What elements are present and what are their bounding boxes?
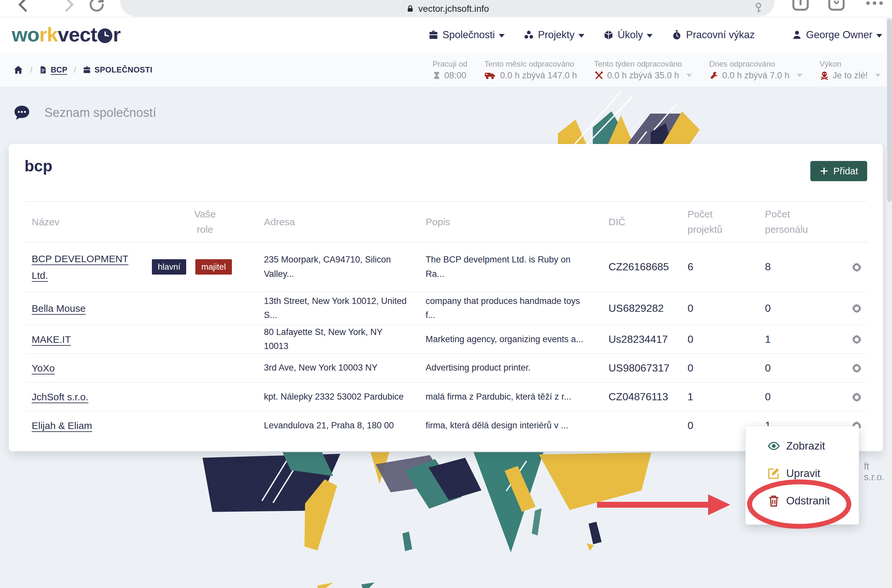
table-row: Elijah & Eliam Levandulova 21, Praha 8, …	[24, 412, 867, 440]
logo-wo: wo	[12, 23, 39, 46]
col-header-pocet-projektu: Počet projektů	[681, 207, 737, 237]
chevron-down-icon	[875, 74, 881, 77]
app-header: workvectr Společnosti Projekty Úkoly Pra…	[0, 17, 892, 53]
menu-item-zobrazit[interactable]: Zobrazit	[746, 432, 859, 460]
add-company-label: Přidat	[833, 166, 858, 177]
company-staff-count: 8	[761, 261, 846, 273]
nav-pracovni-vykaz[interactable]: Pracovní výkaz	[671, 29, 754, 41]
stat-label: Dnes odpracováno	[709, 59, 802, 69]
badge-hlavni: hlavní	[152, 259, 186, 274]
company-dic: CZ26168685	[604, 261, 681, 273]
scrollbar-thumb[interactable]	[887, 19, 892, 202]
skull-icon	[820, 70, 829, 80]
browser-back-icon[interactable]	[14, 0, 33, 14]
breadcrumb-spolecnosti-label: SPOLEČNOSTI	[95, 65, 153, 75]
row-actions-gear-icon[interactable]	[850, 362, 867, 375]
company-address: kpt. Nálepky 2332 53002 Pardubice	[258, 390, 421, 404]
company-projects-count: 1	[681, 391, 761, 403]
decorative-shapes-top	[539, 91, 735, 144]
wrench-icon	[709, 70, 719, 80]
company-projects-count: 0	[681, 333, 761, 345]
company-description: firma, která dělá design interiérů v ...	[421, 418, 604, 433]
page-heading: Seznam společností	[13, 104, 156, 122]
row-actions-gear-icon[interactable]	[850, 261, 867, 274]
work-stats: Pracuji od 08:00 Tento měsíc odpracováno…	[432, 53, 881, 87]
user-menu[interactable]: George Owner	[792, 29, 882, 41]
logo-vect: vect	[58, 23, 97, 46]
col-header-dic: DIČ	[604, 216, 681, 228]
projects-icon	[524, 30, 534, 40]
company-address: Levandulova 21, Praha 8, 180 00	[258, 418, 421, 433]
company-projects-count: 0	[681, 362, 761, 374]
table-row: Bella Mouse 13th Street, New York 10012,…	[24, 292, 867, 325]
stat-value: 0.0 h zbývá 147.0 h	[500, 70, 577, 81]
annotation-circle	[745, 477, 856, 532]
company-link[interactable]: Bella Mouse	[32, 300, 86, 317]
stat-vykon[interactable]: Výkon Je to zlé!	[820, 59, 881, 81]
breadcrumb-bcp-label: BCP	[51, 65, 67, 75]
chevron-down-icon	[578, 34, 584, 38]
workvector-logo[interactable]: workvectr	[12, 23, 120, 46]
chevron-down-icon	[686, 74, 692, 77]
company-link[interactable]: Elijah & Eliam	[32, 417, 92, 434]
nav-ukoly[interactable]: Úkoly	[603, 29, 653, 41]
tabs-icon[interactable]	[826, 0, 847, 13]
plus-icon	[820, 166, 829, 176]
col-header-nazev: Název	[24, 216, 152, 228]
company-address: 235 Moorpark, CA94710, Silicon Valley...	[258, 253, 421, 281]
col-header-pocet-personalu: Počet personálu	[761, 207, 820, 237]
breadcrumb: / BCP / SPOLEČNOSTI	[13, 53, 153, 87]
company-link[interactable]: YoXo	[32, 360, 55, 376]
company-link[interactable]: MAKE.IT	[32, 331, 71, 348]
row-actions-gear-icon[interactable]	[850, 302, 867, 315]
nav-projekty[interactable]: Projekty	[524, 29, 584, 41]
row-actions-gear-icon[interactable]	[850, 333, 867, 346]
browser-reload-icon[interactable]	[87, 0, 106, 14]
row-actions-gear-icon[interactable]	[850, 390, 867, 404]
hourglass-icon	[432, 70, 441, 80]
chevron-down-icon	[499, 34, 505, 38]
user-icon	[792, 30, 802, 40]
breadcrumb-bcp[interactable]: BCP	[39, 65, 67, 75]
company-address: 13th Street, New York 10012, United S...	[258, 294, 421, 322]
badge-majitel: majitel	[195, 259, 231, 274]
url-bar[interactable]: vector.jchsoft.info	[120, 0, 775, 16]
key-icon[interactable]	[752, 1, 765, 15]
nav-spolecnosti[interactable]: Společnosti	[428, 29, 505, 41]
company-description: malá firma z Pardubic, která těží z r...	[421, 390, 604, 404]
main-nav: Společnosti Projekty Úkoly Pracovní výka…	[428, 17, 882, 53]
share-icon[interactable]	[790, 0, 811, 13]
file-icon	[39, 66, 47, 74]
table-row: JchSoft s.r.o. kpt. Nálepky 2332 53002 P…	[24, 382, 867, 412]
col-header-popis: Popis	[421, 216, 604, 228]
stat-dnes[interactable]: Dnes odpracováno 0.0 h zbývá 7.0 h	[709, 59, 802, 81]
company-staff-count: 0	[761, 362, 846, 374]
chevron-down-icon	[876, 34, 882, 38]
add-company-button[interactable]: Přidat	[810, 161, 867, 181]
breadcrumb-separator: /	[30, 65, 32, 75]
nav-label: Úkoly	[618, 29, 643, 41]
browser-forward-icon[interactable]	[59, 0, 78, 14]
stat-mesic: Tento měsíc odpracováno 0.0 h zbývá 147.…	[484, 59, 577, 81]
stat-value: 0.0 h zbývá 35.0 h	[607, 70, 679, 81]
card-title: bcp	[24, 157, 52, 175]
company-link[interactable]: BCP DEVELOPMENT Ltd.	[32, 250, 133, 284]
stat-value: Je to zlé!	[833, 70, 868, 81]
scrollbar[interactable]	[886, 17, 892, 588]
company-dic: CZ04876113	[604, 391, 681, 403]
chevron-down-icon	[647, 34, 653, 38]
stat-tyden[interactable]: Tento týden odpracováno 0.0 h zbývá 35.0…	[594, 59, 692, 81]
eye-icon	[767, 440, 780, 453]
company-staff-count: 0	[761, 302, 846, 314]
user-name: George Owner	[806, 29, 872, 41]
company-link[interactable]: JchSoft s.r.o.	[32, 388, 88, 405]
annotation-arrow	[594, 490, 734, 520]
col-header-adresa: Adresa	[258, 216, 421, 228]
home-icon[interactable]	[13, 64, 24, 75]
company-dic: US6829282	[604, 302, 681, 314]
fire-truck-icon	[484, 70, 497, 80]
col-header-role: Vaše role	[189, 207, 221, 237]
nav-label: Společnosti	[443, 29, 495, 41]
browser-menu-icon[interactable]	[866, 1, 883, 5]
table-row: MAKE.IT 80 Lafayette St, New York, NY 10…	[24, 325, 867, 354]
